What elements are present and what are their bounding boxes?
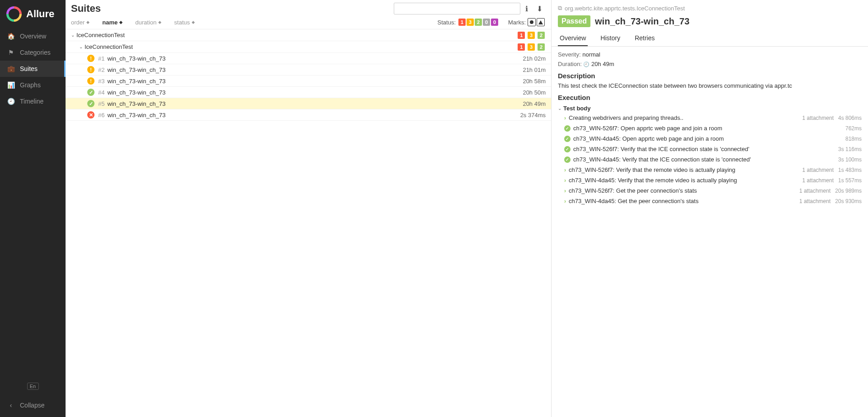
row-name: win_ch_73-win_ch_73 [107, 89, 523, 96]
test-row[interactable]: ✕ #6 win_ch_73-win_ch_73 2s 374ms [66, 109, 551, 121]
status-unknown-count[interactable]: 0 [491, 19, 498, 26]
collapse-label: Collapse [20, 402, 44, 409]
sort-label: status [174, 19, 190, 26]
row-duration: 21h 01m [523, 66, 546, 73]
search-input[interactable] [394, 3, 520, 14]
tree-group[interactable]: ⌄ IceConnectionTest 1 3 2 [66, 41, 551, 53]
status-failed-icon: ✕ [87, 111, 94, 118]
pill-passed: 2 [538, 43, 545, 51]
chevron-right-icon: › [564, 115, 566, 121]
step-row[interactable]: ✓ch73_WIN-4da45: Open apprtc web page an… [558, 133, 862, 144]
status-badge: Passed [558, 15, 590, 27]
step-duration: 818ms [845, 136, 862, 142]
chevron-left-icon: ‹ [6, 402, 15, 409]
test-row[interactable]: ! #2 win_ch_73-win_ch_73 21h 01m [66, 64, 551, 76]
chevron-right-icon: › [564, 188, 566, 194]
sort-label: name [102, 19, 118, 26]
sidebar-item-categories[interactable]: ⚑ Categories [0, 44, 66, 61]
duration-value: 20h 49m [591, 61, 614, 67]
status-skipped-count[interactable]: 0 [483, 19, 490, 26]
chevron-right-icon: › [564, 167, 566, 173]
tab-overview[interactable]: Overview [558, 31, 588, 46]
sidebar-item-timeline[interactable]: 🕘 Timeline [0, 93, 66, 109]
copy-icon: ⧉ [558, 5, 562, 12]
attachment-count: 1 attachment [802, 115, 834, 121]
detail-title-row: Passed win_ch_73-win_ch_73 [552, 14, 868, 31]
step-text: ch73_WIN-4da45: Get the peer connection'… [569, 198, 797, 204]
tree-group[interactable]: ⌄ IceConnectionTest 1 3 2 [66, 29, 551, 41]
sort-name[interactable]: name◆ [102, 19, 123, 26]
step-text: Creating webdrivers and preparing thread… [569, 114, 800, 121]
sort-status[interactable]: status◆ [174, 19, 195, 26]
sorter-row: order◆ name◆ duration◆ status◆ Status: 1… [66, 16, 551, 29]
download-icon[interactable]: ⬇ [533, 5, 546, 13]
pill-failed: 1 [518, 32, 525, 39]
status-broken-count[interactable]: 3 [467, 19, 474, 26]
step-row[interactable]: ›ch73_WIN-4da45: Verify that the remote … [558, 175, 862, 185]
step-duration: 3s 100ms [838, 156, 862, 163]
attachment-count: 1 attachment [799, 198, 830, 204]
row-name: win_ch_73-win_ch_73 [107, 66, 523, 73]
sort-order[interactable]: order◆ [71, 19, 90, 26]
step-row[interactable]: ›ch73_WIN-526f7: Get the peer connection… [558, 185, 862, 196]
description-heading: Description [558, 72, 862, 80]
row-number: #2 [98, 66, 104, 73]
step-row[interactable]: ›Creating webdrivers and preparing threa… [558, 113, 862, 123]
status-passed-icon: ✓ [564, 156, 571, 163]
steps-list: ›Creating webdrivers and preparing threa… [558, 113, 862, 206]
detail-body: Severity: normal Duration: 🕘 20h 49m Des… [552, 47, 868, 211]
step-row[interactable]: ✓ch73_WIN-526f7: Verify that the ICE con… [558, 144, 862, 154]
page-title: Suites [71, 3, 394, 14]
test-tree: ⌄ IceConnectionTest 1 3 2 ⌄ IceConnectio… [66, 29, 551, 417]
attachment-count: 1 attachment [802, 177, 834, 184]
test-row[interactable]: ! #1 win_ch_73-win_ch_73 21h 02m [66, 53, 551, 64]
test-row[interactable]: ✓ #4 win_ch_73-win_ch_73 20h 50m [66, 87, 551, 98]
status-passed-icon: ✓ [564, 146, 571, 152]
tab-history[interactable]: History [599, 31, 622, 46]
info-icon[interactable]: ℹ [520, 5, 533, 13]
test-body-label: Test body [563, 105, 590, 112]
clock-icon: 🕘 [583, 62, 590, 67]
row-number: #1 [98, 55, 104, 62]
severity-line: Severity: normal [558, 51, 862, 58]
step-text: ch73_WIN-4da45: Verify that the remote v… [569, 177, 800, 184]
test-row[interactable]: ✓ #5 win_ch_73-win_ch_73 20h 49m [66, 98, 551, 109]
language-badge[interactable]: En [27, 383, 39, 390]
pill-failed: 1 [518, 43, 525, 51]
row-number: #4 [98, 89, 104, 96]
mark-flaky[interactable] [528, 18, 536, 26]
breadcrumb[interactable]: ⧉ org.webrtc.kite.apprtc.tests.IceConnec… [552, 0, 868, 14]
logo-icon [6, 6, 22, 22]
step-duration: 1s 483ms [838, 167, 862, 173]
row-duration: 20h 50m [523, 89, 546, 96]
test-row[interactable]: ! #3 win_ch_73-win_ch_73 20h 58m [66, 76, 551, 87]
description-text: This test check the ICEConnection state … [558, 82, 862, 89]
logo[interactable]: Allure [0, 0, 66, 28]
collapse-button[interactable]: ‹ Collapse [0, 399, 66, 412]
chevron-down-icon: ⌄ [558, 106, 561, 111]
sidebar-item-label: Overview [20, 33, 46, 40]
step-row[interactable]: ›ch73_WIN-526f7: Verify that the remote … [558, 165, 862, 175]
row-duration: 20h 58m [523, 78, 546, 85]
step-row[interactable]: ✓ch73_WIN-526f7: Open apprtc web page an… [558, 123, 862, 133]
status-broken-icon: ! [87, 66, 94, 73]
step-row[interactable]: ✓ch73_WIN-4da45: Verify that the ICE con… [558, 154, 862, 165]
sidebar-item-suites[interactable]: 💼 Suites [0, 61, 66, 77]
sort-duration[interactable]: duration◆ [135, 19, 161, 26]
breadcrumb-text: org.webrtc.kite.apprtc.tests.IceConnecti… [565, 5, 685, 12]
status-passed-count[interactable]: 2 [475, 19, 482, 26]
chevron-right-icon: › [564, 177, 566, 184]
mark-new[interactable] [537, 18, 545, 26]
row-duration: 20h 49m [523, 100, 546, 107]
status-broken-icon: ! [87, 55, 94, 62]
test-body-toggle[interactable]: ⌄ Test body [558, 104, 862, 113]
step-duration: 4s 806ms [838, 115, 862, 121]
sidebar-item-overview[interactable]: 🏠 Overview [0, 28, 66, 44]
tab-retries[interactable]: Retries [633, 31, 656, 46]
step-text: ch73_WIN-526f7: Verify that the remote v… [569, 166, 800, 173]
status-failed-count[interactable]: 1 [458, 19, 466, 26]
chevron-down-icon: ⌄ [79, 44, 83, 49]
sidebar-item-graphs[interactable]: 📊 Graphs [0, 77, 66, 93]
chevron-right-icon: › [564, 198, 566, 204]
step-row[interactable]: ›ch73_WIN-4da45: Get the peer connection… [558, 196, 862, 206]
